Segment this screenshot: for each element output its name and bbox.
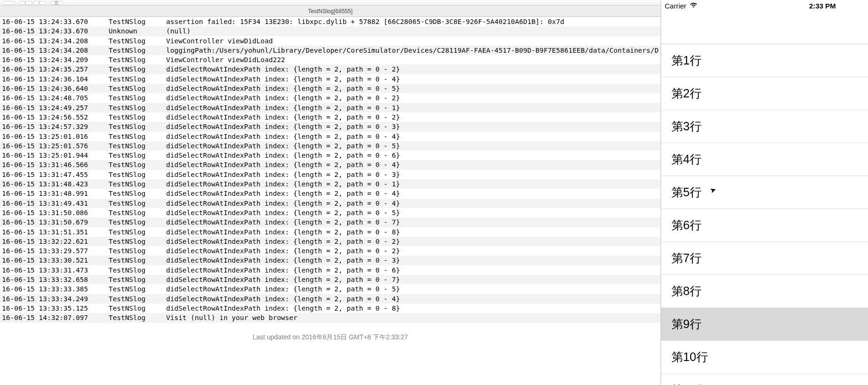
log-row: 16-06-15 13:31:50.086 TestNSlog didSelec… [0,208,661,217]
table-row[interactable]: 第9行 [661,308,868,341]
log-row: 16-06-15 13:33:29.577 TestNSlog didSelec… [0,246,661,256]
browser-tab[interactable]: TestNSlog[68555] [0,6,661,17]
table-row-label: 第4行 [671,152,702,167]
log-row: 16-06-15 13:33:32.658 TestNSlog didSelec… [0,275,661,284]
log-console[interactable]: 16-06-15 13:24:33.670 TestNSlog assertio… [0,17,661,385]
browser-toolbar: ‹ › ☰ [0,0,661,6]
log-row: 16-06-15 13:31:48.423 TestNSlog didSelec… [0,179,661,189]
carrier-label: Carrier [665,2,687,10]
back-button[interactable]: ‹ [19,1,32,5]
log-row: 16-06-15 13:33:34.249 TestNSlog didSelec… [0,294,661,304]
table-row[interactable]: 第7行 [661,242,868,275]
tab-title: TestNSlog[68555] [308,8,353,15]
table-row[interactable]: 第2行 [661,77,868,110]
table-row-label: 第1行 [671,53,702,68]
status-bar: Carrier 2:33 PM [661,0,868,11]
log-row: 16-06-15 13:31:51.351 TestNSlog didSelec… [0,227,661,237]
table-row[interactable]: 第8行 [661,275,868,308]
table-row[interactable]: 第10行 [661,341,868,374]
log-row: 16-06-15 13:24:57.329 TestNSlog didSelec… [0,122,661,131]
wifi-icon [689,2,698,10]
log-row: 16-06-15 13:24:33.670 Unknown (null) [0,26,661,36]
table-row[interactable]: 第11行 [661,374,868,385]
table-row[interactable]: 第6行 [661,209,868,242]
log-row: 16-06-15 13:24:36.640 TestNSlog didSelec… [0,84,661,93]
log-row: 16-06-15 13:24:34.208 TestNSlog loggingP… [0,46,661,55]
table-row[interactable]: 第4行 [661,143,868,176]
log-row: 16-06-15 13:24:34.208 TestNSlog ViewCont… [0,36,661,46]
table-row-label: 第9行 [671,316,702,332]
window-control[interactable] [3,1,15,5]
log-row: 16-06-15 13:32:22.621 TestNSlog didSelec… [0,237,661,246]
forward-button[interactable]: › [33,1,46,5]
log-row: 16-06-15 13:24:33.670 TestNSlog assertio… [0,17,661,26]
table-row-label: 第3行 [671,119,702,134]
table-view[interactable]: 第1行第2行第3行第4行第5行第6行第7行第8行第9行第10行第11行 [661,44,868,385]
table-row-label: 第7行 [671,250,702,266]
navigation-bar: 关闭服务 [661,11,868,44]
table-row-label: 第10行 [671,349,708,365]
log-row: 16-06-15 13:24:35.257 TestNSlog didSelec… [0,64,661,74]
log-row: 16-06-15 14:32:07.097 TestNSlog Visit (n… [0,313,661,322]
browser-pane: ‹ › ☰ TestNSlog[68555] 16-06-15 13:24:33… [0,0,661,385]
log-row: 16-06-15 13:33:31.473 TestNSlog didSelec… [0,265,661,275]
log-row: 16-06-15 13:31:49.431 TestNSlog didSelec… [0,199,661,208]
log-row: 16-06-15 13:25:01.944 TestNSlog didSelec… [0,151,661,160]
log-row: 16-06-15 13:24:34.209 TestNSlog ViewCont… [0,55,661,64]
log-row: 16-06-15 13:31:47.455 TestNSlog didSelec… [0,170,661,179]
table-row[interactable]: 第1行 [661,44,868,77]
table-row-label: 第5行 [671,184,702,200]
table-row-label: 第11行 [671,382,708,385]
table-row-label: 第6行 [671,217,702,233]
last-updated-label: Last updated on 2016年6月15日 GMT+8 下午2:33:… [0,323,661,345]
sidebar-toggle-button[interactable]: ☰ [50,1,63,5]
log-row: 16-06-15 13:25:01.016 TestNSlog didSelec… [0,132,661,141]
log-row: 16-06-15 13:31:46.566 TestNSlog didSelec… [0,160,661,169]
log-row: 16-06-15 13:24:48.705 TestNSlog didSelec… [0,93,661,103]
table-row[interactable]: 第3行 [661,110,868,143]
table-row-label: 第8行 [671,283,702,299]
log-row: 16-06-15 13:31:50.679 TestNSlog didSelec… [0,217,661,227]
log-row: 16-06-15 13:31:48.991 TestNSlog didSelec… [0,189,661,198]
log-row: 16-06-15 13:25:01.576 TestNSlog didSelec… [0,141,661,151]
log-row: 16-06-15 13:33:35.125 TestNSlog didSelec… [0,304,661,313]
table-row-label: 第2行 [671,86,702,101]
table-row[interactable]: 第5行 [661,176,868,209]
log-row: 16-06-15 13:33:30.521 TestNSlog didSelec… [0,256,661,265]
log-row: 16-06-15 13:24:36.104 TestNSlog didSelec… [0,74,661,84]
log-row: 16-06-15 13:33:33.385 TestNSlog didSelec… [0,284,661,294]
log-row: 16-06-15 13:24:56.552 TestNSlog didSelec… [0,112,661,122]
ios-simulator: Carrier 2:33 PM 关闭服务 第1行第2行第3行第4行第5行第6行第… [661,0,868,385]
log-row: 16-06-15 13:24:49.257 TestNSlog didSelec… [0,103,661,112]
status-time: 2:33 PM [698,2,868,10]
